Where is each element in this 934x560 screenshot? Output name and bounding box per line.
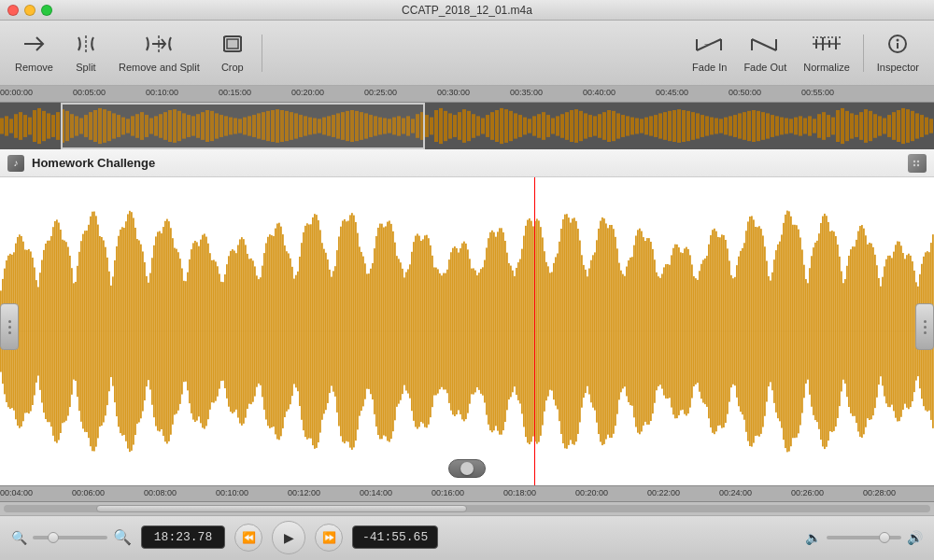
- svg-rect-359: [245, 245, 247, 417]
- svg-rect-210: [878, 116, 882, 135]
- volume-slider[interactable]: [827, 536, 901, 539]
- remove-and-split-button[interactable]: Remove and Split: [111, 26, 207, 80]
- svg-rect-540: [583, 265, 585, 398]
- svg-rect-32: [47, 113, 50, 138]
- svg-rect-256: [52, 227, 54, 436]
- timeline-ruler-top: 00:00:00 00:05:00 00:10:00 00:15:00 00:2…: [0, 86, 934, 103]
- right-edge-handle[interactable]: [915, 303, 934, 350]
- svg-rect-255: [50, 236, 52, 427]
- svg-rect-271: [80, 241, 82, 422]
- split-button[interactable]: Split: [63, 26, 109, 80]
- svg-rect-290: [116, 246, 118, 416]
- svg-rect-539: [581, 255, 583, 407]
- svg-rect-517: [540, 227, 542, 436]
- svg-rect-314: [161, 233, 163, 429]
- svg-rect-673: [831, 231, 833, 432]
- svg-rect-616: [725, 240, 727, 423]
- svg-rect-454: [422, 239, 424, 423]
- svg-rect-154: [616, 113, 620, 138]
- fade-out-button[interactable]: Fade Out: [736, 26, 794, 80]
- svg-rect-677: [839, 257, 841, 406]
- svg-rect-133: [518, 115, 522, 137]
- play-button[interactable]: ▶: [272, 521, 305, 554]
- svg-rect-413: [346, 221, 347, 441]
- svg-rect-606: [706, 256, 708, 407]
- track-handle-right[interactable]: [908, 154, 927, 173]
- scroll-track[interactable]: [4, 505, 930, 512]
- svg-rect-548: [598, 229, 600, 434]
- svg-rect-656: [800, 237, 801, 425]
- svg-rect-165: [668, 111, 672, 141]
- svg-rect-443: [402, 269, 403, 394]
- zoom-thumb[interactable]: [48, 532, 59, 543]
- fade-in-button[interactable]: ~ Fade In: [685, 26, 734, 80]
- svg-rect-557: [615, 237, 616, 426]
- normalize-icon: [809, 34, 844, 58]
- svg-rect-436: [389, 220, 390, 441]
- svg-rect-683: [850, 249, 852, 413]
- svg-rect-294: [123, 228, 125, 435]
- svg-rect-260: [60, 230, 62, 433]
- svg-rect-686: [856, 240, 857, 423]
- svg-rect-543: [588, 269, 590, 395]
- svg-rect-675: [835, 236, 837, 427]
- svg-rect-192: [794, 118, 798, 135]
- svg-rect-245: [32, 258, 34, 405]
- svg-rect-141: [556, 116, 559, 135]
- svg-rect-641: [771, 273, 773, 390]
- svg-rect-509: [525, 226, 527, 437]
- normalize-button[interactable]: Normalize: [796, 26, 857, 80]
- maximize-button[interactable]: [41, 5, 52, 16]
- svg-rect-620: [732, 278, 734, 385]
- svg-rect-550: [601, 217, 603, 445]
- svg-rect-463: [439, 273, 441, 389]
- zoom-in-icon[interactable]: 🔍: [113, 528, 132, 546]
- crop-button[interactable]: Crop: [209, 26, 256, 80]
- scroll-thumb[interactable]: [96, 505, 467, 512]
- svg-rect-183: [752, 110, 756, 142]
- zoom-out-icon[interactable]: 🔍: [11, 530, 27, 545]
- svg-rect-325: [181, 268, 183, 394]
- playback-speed-indicator[interactable]: [448, 459, 486, 478]
- tick-3: 00:15:00: [219, 88, 251, 97]
- close-button[interactable]: [7, 5, 19, 16]
- svg-rect-664: [814, 243, 816, 420]
- svg-rect-371: [267, 237, 269, 426]
- left-edge-handle[interactable]: [0, 303, 19, 350]
- svg-rect-211: [883, 119, 886, 134]
- volume-controls: 🔈 🔊: [805, 530, 923, 545]
- fade-in-icon: ~: [695, 34, 725, 58]
- svg-rect-117: [444, 111, 447, 141]
- overview-selection[interactable]: [61, 103, 425, 149]
- svg-rect-251: [43, 250, 45, 413]
- svg-rect-589: [674, 245, 676, 419]
- track-title: Homework Challenge: [32, 156, 155, 170]
- svg-rect-502: [512, 271, 514, 393]
- fast-forward-button[interactable]: ⏩: [315, 524, 343, 552]
- svg-rect-574: [646, 238, 648, 425]
- svg-rect-167: [677, 109, 681, 143]
- tick-2: 00:10:00: [146, 88, 178, 97]
- svg-rect-484: [478, 273, 480, 390]
- playhead[interactable]: [534, 177, 535, 485]
- svg-rect-519: [544, 251, 545, 412]
- svg-rect-187: [771, 115, 774, 137]
- svg-rect-24: [9, 119, 13, 133]
- horizontal-scrollbar[interactable]: [0, 502, 934, 515]
- rewind-button[interactable]: ⏪: [234, 524, 262, 552]
- svg-rect-408: [336, 250, 338, 413]
- svg-rect-216: [906, 109, 910, 143]
- svg-rect-610: [714, 229, 715, 434]
- svg-rect-250: [41, 260, 43, 403]
- svg-rect-425: [368, 273, 370, 389]
- inspector-button[interactable]: Inspector: [870, 26, 927, 80]
- svg-rect-375: [275, 229, 276, 435]
- minimize-button[interactable]: [24, 5, 35, 16]
- zoom-slider[interactable]: [33, 536, 107, 539]
- overview-waveform-bar[interactable]: [0, 103, 934, 149]
- btick-1: 00:06:00: [72, 488, 105, 497]
- remove-button[interactable]: Remove: [7, 26, 61, 80]
- volume-thumb[interactable]: [879, 532, 890, 543]
- waveform-display[interactable]: [0, 177, 934, 485]
- svg-rect-430: [377, 228, 379, 435]
